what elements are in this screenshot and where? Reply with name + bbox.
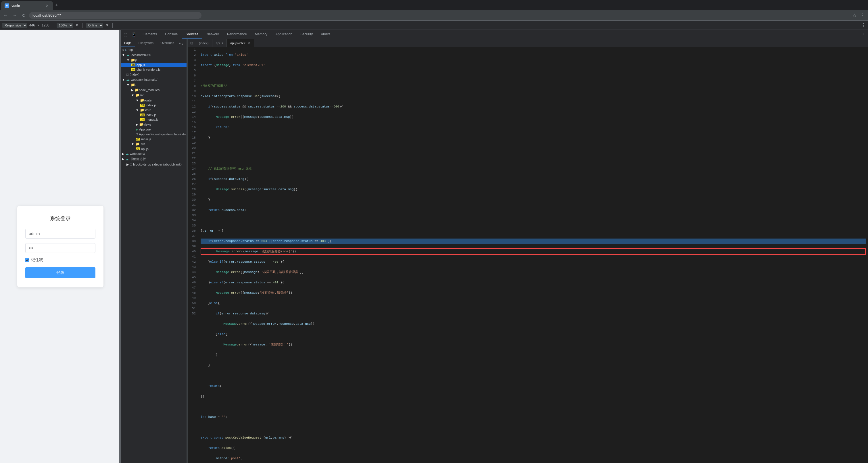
devtools-more-button[interactable]: ⋮ [859,31,867,38]
file-name-dot: . [135,83,136,87]
more-options[interactable]: ⋮ [861,23,866,28]
code-line-14: Message.success({message:success.data.ms… [200,187,866,192]
file-tree-item-router-index[interactable]: JS index.js [121,103,187,107]
expand-icon8: ▼ [136,109,139,112]
remember-row: 记住我 [25,257,95,263]
new-tab-button[interactable]: + [53,1,61,9]
file-tree-item-src[interactable]: ▼ 📁 src [121,93,187,98]
tab-audits[interactable]: Audits [317,30,334,39]
sources-subtab-page[interactable]: Page [121,39,135,47]
code-line-13: if(success.data.msg){ [200,177,866,182]
sources-menu-button[interactable]: ⋮ [181,41,187,45]
folder-icon-src: 📁 [135,93,140,97]
address-input[interactable] [29,12,202,19]
code-line-17 [200,218,866,223]
file-name-store: store [144,109,151,112]
code-line-34 [200,404,866,409]
cloud-icon3: ☁ [125,152,129,156]
expand-icon9: ▶ [136,123,138,126]
tab-application[interactable]: Application [271,30,296,39]
file-tree-item-views[interactable]: ▶ 📁 views [121,122,187,127]
tab-sources[interactable]: Sources [182,30,202,39]
file-tree-item-appvue[interactable]: ◈ App.vue [121,127,187,132]
sources-subtab-more[interactable]: » [179,41,181,45]
editor-tab-close[interactable]: ✕ [248,41,250,44]
sources-subtab-overrides[interactable]: Overrides [157,39,178,47]
file-tree-item-mainjs[interactable]: JS main.js [121,137,187,142]
file-tree-item-menus[interactable]: JS menus.js [121,117,187,122]
file-tree-item-chunk[interactable]: JS chunk-vendors.js [121,67,187,72]
zoom-select[interactable]: 100% [57,23,73,28]
editor-tab-index[interactable]: (index) [195,39,212,47]
code-line-15: } [200,197,866,202]
editor-tab-api[interactable]: api.js [212,39,227,47]
login-button[interactable]: 登录 [25,267,95,278]
expand-icon6: ▼ [131,93,134,97]
file-tree-item-top[interactable]: ▷ □ top [121,47,187,52]
file-tree-item-blockbyte[interactable]: ▶ □ blockbyte-bs-sidebar (about:blank) [121,162,187,167]
forward-button[interactable]: → [11,12,19,19]
file-tree-item-webpack[interactable]: ▶ ☁ webpack:// [121,151,187,156]
extensions-button[interactable]: ⋮ [859,11,866,19]
code-line-21: Message.error({message: '权限不足，请联系管理员'}) [200,270,866,275]
tab-bar: V vuehr ✕ + [0,0,868,10]
tab-security[interactable]: Security [296,30,317,39]
login-title: 系统登录 [25,215,95,222]
expand-icon12: ▶ [122,157,124,161]
tab-memory[interactable]: Memory [251,30,271,39]
device-mode-button[interactable]: 📱 [130,31,138,38]
password-input[interactable] [25,243,95,253]
file-tree-item-bookmarks[interactable]: ▶ ☁ 书签侧边栏 [121,156,187,162]
tab-elements[interactable]: Elements [138,30,161,39]
vue-icon: ◈ [136,128,138,131]
file-name-mainjs: main.js [141,137,151,141]
tab-close-button[interactable]: ✕ [45,3,50,8]
bookmark-button[interactable]: ☆ [851,11,858,19]
code-line-32: return; [200,383,866,389]
inspect-element-button[interactable]: ⬚ [122,31,129,38]
code-line-1: import axios from 'axios' [200,52,866,58]
file-tree-item-index-html[interactable]: □ (index) [121,72,187,77]
code-line-20: }else if(error.response.status == 403 ){ [200,259,866,265]
preview-resize-handle[interactable] [119,30,120,463]
file-tree-item-localhost[interactable]: ▼ ☁ localhost:8080 [121,52,187,58]
file-tree-item-nodemodules[interactable]: ▶ 📁 node_modules [121,87,187,93]
devtools-panel: ⬚ 📱 Elements Console Sources Network Per… [121,30,868,463]
folder-icon-utils: 📁 [135,142,140,146]
network-select[interactable]: Online [86,23,103,28]
file-tree-item-dot[interactable]: ▼ 📁 . [121,82,187,87]
editor-collapse-button[interactable]: ⊡ [188,41,195,45]
file-tree-item-router[interactable]: ▼ 📁 router [121,98,187,103]
tab-console[interactable]: Console [161,30,182,39]
code-line-16: return success.data; [200,208,866,213]
expand-icon4: ▼ [126,83,130,87]
browser-tab-active[interactable]: V vuehr ✕ [1,1,53,10]
cloud-icon2: ☁ [126,78,130,82]
tab-performance[interactable]: Performance [223,30,251,39]
username-input[interactable] [25,229,95,239]
code-line-12: // 返回的数据带有 msg 属性 [200,166,866,171]
file-tree-item-appvue-template[interactable]: □ App.vue?vue&type=template&id=... [121,132,187,137]
sources-subtabs: Page Filesystem Overrides » ⋮ [121,39,187,47]
file-icon-blockbyte: □ [130,162,132,166]
file-tree-item-js[interactable]: ▼ 📁 js [121,58,187,63]
file-tree-item-api-utils[interactable]: JS api.js [121,147,187,151]
file-tree-item-webpack-internal[interactable]: ▼ ☁ webpack-internal:// [121,77,187,82]
sources-subtab-filesystem[interactable]: Filesystem [135,39,157,47]
code-line-2: import {Message} from 'element-ui' [200,63,866,68]
remember-checkbox[interactable] [25,258,29,262]
file-tree-item-store[interactable]: ▼ 📁 store [121,107,187,113]
preview-inner: 系统登录 记住我 登录 [0,30,120,463]
file-tree-item-appjs[interactable]: JS app.js [121,63,187,67]
devtools-tabs: Elements Console Sources Network Perform… [138,30,335,39]
reload-button[interactable]: ↻ [21,11,27,19]
devtools-toolbar: ⬚ 📱 Elements Console Sources Network Per… [121,30,868,39]
file-tree-item-store-index[interactable]: JS index.js [121,113,187,117]
editor-tab-api-cb[interactable]: api.js?cb30 ✕ [227,39,254,47]
back-button[interactable]: ← [2,12,9,19]
device-select[interactable]: Responsive [2,23,27,28]
file-name-appvue: App.vue [139,128,151,131]
code-line-36 [200,425,866,430]
tab-network[interactable]: Network [202,30,223,39]
file-tree-item-utils[interactable]: ▼ 📁 utils [121,142,187,147]
